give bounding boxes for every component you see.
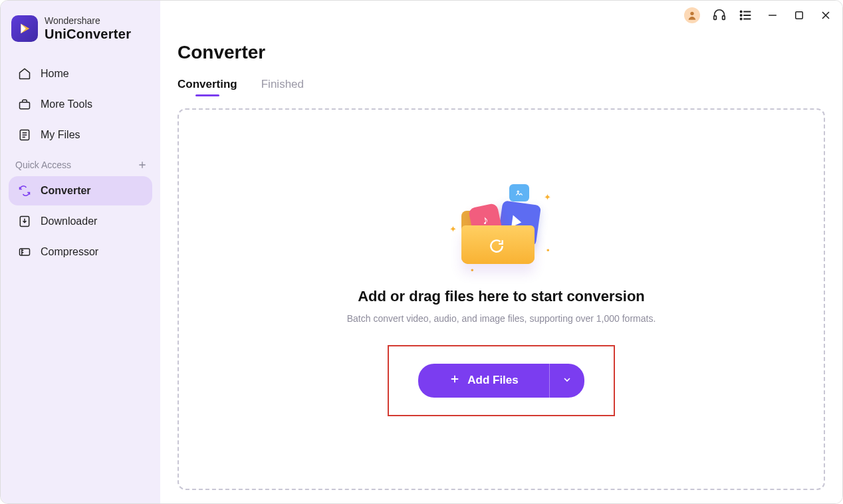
content-area: Converter Converting Finished ✦ ✦ • • bbox=[160, 1, 842, 503]
svg-rect-5 bbox=[714, 16, 717, 19]
spark-icon: ✦ bbox=[449, 224, 457, 234]
sidebar-item-more-tools[interactable]: More Tools bbox=[9, 90, 152, 119]
support-headset-icon[interactable] bbox=[712, 8, 727, 23]
spark-icon: • bbox=[471, 265, 474, 275]
sidebar-item-converter[interactable]: Converter bbox=[9, 176, 152, 205]
spark-icon: ✦ bbox=[544, 192, 551, 202]
image-card-icon bbox=[509, 184, 529, 201]
brand-bottom: UniConverter bbox=[45, 27, 131, 41]
add-files-label: Add Files bbox=[467, 374, 519, 387]
sidebar-item-label: Downloader bbox=[41, 215, 97, 227]
downloader-icon bbox=[18, 215, 31, 228]
sidebar-item-compressor[interactable]: Compressor bbox=[9, 237, 152, 267]
svg-rect-10 bbox=[796, 12, 803, 19]
sidebar-item-label: Home bbox=[41, 68, 69, 80]
add-files-button[interactable]: Add Files bbox=[418, 364, 549, 398]
dropzone-illustration: ✦ ✦ • • ♪ bbox=[448, 183, 554, 276]
quick-access-header: Quick Access bbox=[1, 150, 160, 176]
dropzone-subtext: Batch convert video, audio, and image fi… bbox=[347, 313, 656, 324]
spark-icon: • bbox=[546, 245, 550, 255]
plus-icon bbox=[449, 373, 461, 388]
sidebar-item-label: My Files bbox=[41, 129, 80, 141]
add-files-button-group: Add Files bbox=[418, 364, 584, 398]
brand-top: Wondershare bbox=[45, 16, 131, 26]
primary-nav: Home More Tools My Files bbox=[1, 59, 160, 150]
svg-rect-6 bbox=[723, 16, 725, 19]
svg-point-9 bbox=[741, 18, 742, 19]
tab-converting[interactable]: Converting bbox=[178, 78, 237, 95]
brand-logo-block: Wondershare UniConverter bbox=[1, 15, 160, 59]
account-avatar-icon[interactable] bbox=[684, 7, 700, 23]
window-close-icon[interactable] bbox=[818, 8, 833, 23]
quick-access-add-icon[interactable] bbox=[136, 159, 148, 171]
file-dropzone[interactable]: ✦ ✦ • • ♪ Add or drag files h bbox=[178, 108, 825, 490]
window-minimize-icon[interactable] bbox=[765, 8, 780, 23]
svg-rect-0 bbox=[20, 102, 30, 109]
sidebar-item-downloader[interactable]: Downloader bbox=[9, 207, 152, 236]
app-window: Wondershare UniConverter Home More Tools bbox=[0, 0, 843, 504]
svg-point-7 bbox=[741, 11, 742, 12]
svg-rect-3 bbox=[20, 249, 30, 255]
dropzone-heading: Add or drag files here to start conversi… bbox=[358, 288, 645, 305]
tab-finished[interactable]: Finished bbox=[261, 78, 304, 95]
svg-point-8 bbox=[741, 15, 742, 16]
main-panel: Converter Converting Finished ✦ ✦ • • bbox=[160, 1, 842, 503]
brand-logo-icon bbox=[11, 15, 38, 42]
home-icon bbox=[18, 67, 31, 80]
sidebar: Wondershare UniConverter Home More Tools bbox=[1, 1, 160, 503]
sidebar-item-my-files[interactable]: My Files bbox=[9, 120, 152, 150]
sidebar-item-label: Compressor bbox=[41, 246, 98, 258]
svg-point-4 bbox=[690, 12, 693, 15]
sidebar-item-label: More Tools bbox=[41, 98, 92, 110]
files-icon bbox=[18, 128, 31, 142]
brand-text: Wondershare UniConverter bbox=[45, 16, 131, 41]
toolbox-icon bbox=[18, 98, 31, 111]
tab-label: Converting bbox=[178, 78, 237, 90]
chevron-down-icon bbox=[562, 374, 572, 387]
tabs: Converting Finished bbox=[178, 78, 825, 95]
quick-access-label: Quick Access bbox=[15, 160, 71, 170]
add-files-highlight-box: Add Files bbox=[388, 345, 615, 416]
refresh-icon bbox=[488, 237, 505, 255]
sidebar-item-home[interactable]: Home bbox=[9, 59, 152, 88]
quick-access-nav: Converter Downloader Compressor bbox=[1, 176, 160, 267]
svg-point-11 bbox=[517, 191, 519, 192]
window-maximize-icon[interactable] bbox=[792, 8, 806, 23]
compressor-icon bbox=[18, 245, 31, 259]
page-title: Converter bbox=[178, 42, 825, 63]
sidebar-item-label: Converter bbox=[41, 185, 91, 197]
tab-label: Finished bbox=[261, 78, 304, 90]
add-files-dropdown-button[interactable] bbox=[549, 364, 584, 398]
converter-icon bbox=[18, 184, 31, 197]
title-bar bbox=[684, 7, 833, 23]
menu-list-icon[interactable] bbox=[739, 8, 753, 23]
